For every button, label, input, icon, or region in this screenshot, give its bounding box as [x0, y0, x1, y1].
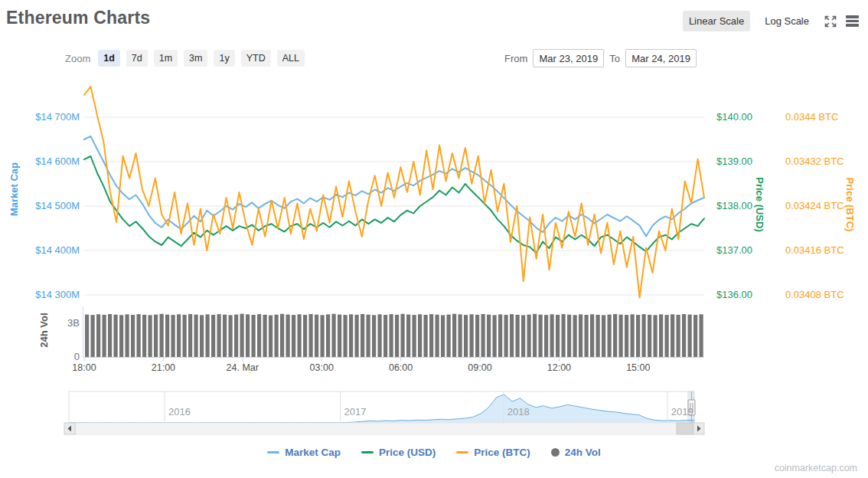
ethereum-charts-page: Ethereum Charts Linear Scale Log Scale Z…	[0, 0, 868, 478]
price-btc-swatch	[456, 451, 468, 453]
legend-item-market-cap[interactable]: Market Cap	[267, 447, 341, 458]
price-btc-tick-label: 0.03408 BTC	[785, 289, 844, 300]
scrollbar-thumb[interactable]	[677, 423, 693, 434]
volume-bars	[85, 314, 703, 357]
price-usd-swatch	[361, 451, 374, 453]
x-axis-label: 21:00	[134, 362, 192, 373]
navigator-year-label: 2019	[671, 406, 693, 417]
price-btc-tick-label: 0.03416 BTC	[785, 244, 844, 256]
navigator-year-label: 2017	[344, 406, 367, 417]
legend-item-24h-vol[interactable]: 24h Vol	[551, 447, 601, 458]
market-cap-swatch	[267, 451, 279, 453]
price-chart[interactable]	[0, 0, 868, 478]
market-cap-tick-label: $14 300M	[0, 289, 80, 300]
x-axis-label: 12:00	[530, 362, 588, 373]
price-usd-tick-label: $137.00	[716, 244, 752, 256]
x-axis-label: 09:00	[451, 362, 509, 373]
price-btc-axis-title: Price (BTC)	[844, 178, 856, 232]
volume-axis-title: 24h Vol	[38, 313, 50, 347]
market-cap-tick-label: $14 700M	[0, 111, 80, 123]
market-cap-axis-title: Market Cap	[8, 162, 20, 216]
watermark: coinmarketcap.com	[775, 463, 857, 473]
scrollbar-track[interactable]	[75, 423, 693, 434]
x-axis-label: 18:00	[55, 362, 113, 373]
navigator-year-label: 2018	[507, 406, 530, 417]
navigator-area[interactable]	[69, 395, 694, 424]
market-cap-tick-label: $14 400M	[0, 244, 80, 256]
price-usd-tick-label: $139.00	[716, 156, 752, 167]
chart-legend: Market Cap Price (USD) Price (BTC) 24h V…	[0, 447, 868, 458]
x-axis-label: 03:00	[292, 362, 351, 373]
legend-item-price-usd[interactable]: Price (USD)	[361, 447, 436, 458]
legend-item-price-btc[interactable]: Price (BTC)	[456, 447, 530, 458]
price-usd-axis-title: Price (USD)	[754, 177, 765, 232]
price-btc-tick-label: 0.03432 BTC	[785, 156, 844, 167]
price-usd-tick-label: $136.00	[716, 289, 752, 300]
price-usd-tick-label: $138.00	[716, 200, 752, 211]
price-usd-tick-label: $140.00	[716, 111, 752, 123]
price-btc-tick-label: 0.03424 BTC	[785, 200, 844, 211]
price-btc-series-line	[84, 87, 704, 298]
x-axis-label: 06:00	[372, 362, 430, 373]
navigator-year-label: 2016	[168, 406, 191, 417]
volume-tick-label: 0	[0, 351, 80, 362]
volume-swatch	[551, 448, 560, 457]
price-btc-tick-label: 0.0344 BTC	[785, 111, 838, 123]
x-axis-label: 24. Mar	[214, 362, 272, 373]
x-axis-label: 15:00	[609, 362, 667, 373]
